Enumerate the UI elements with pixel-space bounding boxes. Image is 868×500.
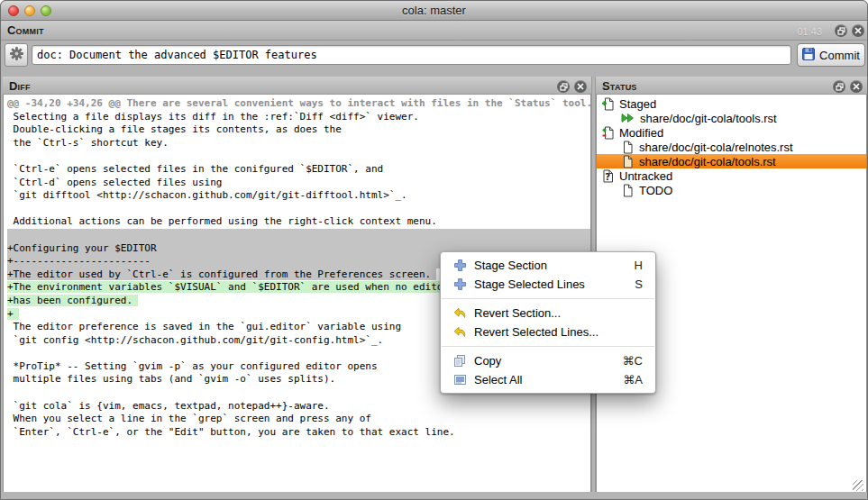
commit-timer: 01:43 [797,26,822,37]
close-icon [577,83,584,90]
diff-dock-title: Diff [9,79,31,93]
commit-close-button[interactable] [852,24,864,37]
doc-modified-icon [601,126,614,140]
menu-item-select-all[interactable]: Select All⌘A [441,370,655,389]
menu-item-label: Copy [474,354,616,368]
commit-button-label: Commit [819,49,860,62]
staged-arrows-icon [621,112,635,124]
menu-separator [442,346,654,347]
titlebar[interactable]: cola: master [1,1,867,21]
menu-item-stage-section[interactable]: Stage SectionH [441,256,655,275]
status-category-row[interactable]: Modified [597,125,866,140]
float-icon [836,83,844,91]
menu-item-stage-selected-lines[interactable]: Stage Selected LinesS [441,275,655,294]
diff-line[interactable] [7,150,590,163]
diff-line[interactable] [7,203,590,216]
diff-line[interactable]: `Ctrl-d` opens selected files using [7,177,590,190]
close-icon [577,83,584,90]
status-category-row[interactable]: Staged [597,96,866,111]
doc-plain-icon [621,184,634,197]
revert-arrow-icon [453,306,467,320]
commit-dock-header: Commit 01:43 [1,21,868,41]
diff-float-button[interactable] [557,80,570,93]
diff-line[interactable]: @@ -34,20 +34,26 @@ There are several co… [7,97,590,111]
status-row-label: Untracked [619,169,672,183]
status-file-row[interactable]: share/doc/git-cola/relnotes.rst [597,140,866,154]
float-icon [837,27,845,35]
resize-grip[interactable] [853,480,863,491]
close-icon [853,83,860,90]
menu-item-copy[interactable]: Copy⌘C [441,351,655,370]
menu-item-label: Revert Section... [474,306,635,320]
status-dock-title: Status [602,79,637,93]
commit-dock-title: Commit [7,23,44,37]
diff-line[interactable] [7,229,590,242]
close-icon [854,27,862,34]
menu-item-revert-selected-lines[interactable]: Revert Selected Lines... [441,323,655,341]
diff-line[interactable]: `Enter`, `Ctrl-e`, or the "Edit" button,… [7,426,590,440]
commit-toolbar: Commit [1,41,868,69]
float-icon [560,83,568,91]
close-icon [853,83,860,90]
commit-actions-button[interactable] [5,43,28,67]
stage-plus-icon [453,259,467,272]
window-bottom-edge [1,492,867,499]
float-icon [836,83,844,91]
floppy-disk-icon [802,48,815,63]
status-float-button[interactable] [833,80,845,93]
window-title: cola: master [1,4,867,17]
doc-question-icon: ? [601,169,614,183]
menu-item-label: Select All [474,373,616,386]
commit-float-button[interactable] [835,24,847,37]
doc-plain-icon [621,141,634,154]
diff-context-menu: Stage SectionHStage Selected LinesSRever… [440,251,656,394]
status-row-label: share/doc/git-cola/tools.rst [640,112,777,125]
diff-line[interactable]: `git cola` is {vim, emacs, textpad, note… [7,400,590,414]
diff-line[interactable]: When you select a line in the `grep` scr… [7,413,590,426]
status-dock-header: Status [596,77,867,95]
status-file-row[interactable]: TODO [597,183,866,197]
gear-icon [9,46,24,61]
status-category-row[interactable]: ?Untracked [597,168,866,183]
status-file-row[interactable]: share/doc/git-cola/tools.rst [597,111,866,125]
diff-line[interactable]: the `Ctrl-s` shortcut key. [7,137,590,150]
menu-item-label: Stage Selected Lines [474,277,627,291]
status-close-button[interactable] [850,80,863,93]
menu-separator [442,298,654,299]
float-icon [560,83,568,91]
menu-item-shortcut: ⌘C [623,354,643,368]
diff-line[interactable]: Additional actions can be performed usin… [7,215,590,229]
menu-item-shortcut: ⌘A [623,373,643,386]
menu-item-shortcut: S [635,277,643,291]
floppy-icon [802,48,815,60]
diff-line[interactable]: Selecting a file displays its diff in th… [7,111,590,124]
gear-icon [9,46,24,65]
revert-arrow-icon [453,325,467,339]
menu-item-label: Stage Section [474,259,627,272]
menu-item-label: Revert Selected Lines... [474,325,635,339]
close-icon [854,27,862,34]
status-row-label: share/doc/git-cola/tools.rst [639,155,776,168]
svg-text:?: ? [605,171,610,181]
status-row-label: Modified [619,126,663,140]
diff-line[interactable]: `Ctrl-e` opens selected files in the con… [7,163,590,177]
status-row-label: TODO [639,184,672,197]
doc-selected-icon [621,155,634,168]
status-row-label: Staged [619,97,656,111]
float-icon [837,27,845,35]
diff-close-button[interactable] [574,80,587,93]
doc-add-icon [601,97,614,111]
diff-line[interactable]: Double-clicking a file stages its conten… [7,123,590,137]
select-all-icon [453,373,467,386]
status-row-label: share/doc/git-cola/relnotes.rst [639,141,793,154]
status-file-row[interactable]: share/doc/git-cola/tools.rst [597,154,866,168]
stage-plus-icon [453,277,467,291]
menu-item-revert-section[interactable]: Revert Section... [441,304,655,323]
diff-dock-header: Diff [3,77,591,95]
commit-message-input[interactable] [32,45,791,65]
commit-button[interactable]: Commit [797,43,865,67]
copy-icon [453,354,467,368]
app-window: cola: master Commit 01:43 Commit Diff @@… [0,0,868,500]
menu-item-shortcut: H [635,259,643,272]
diff-line[interactable]: `git difftool <http://schacon.github.com… [7,189,590,203]
